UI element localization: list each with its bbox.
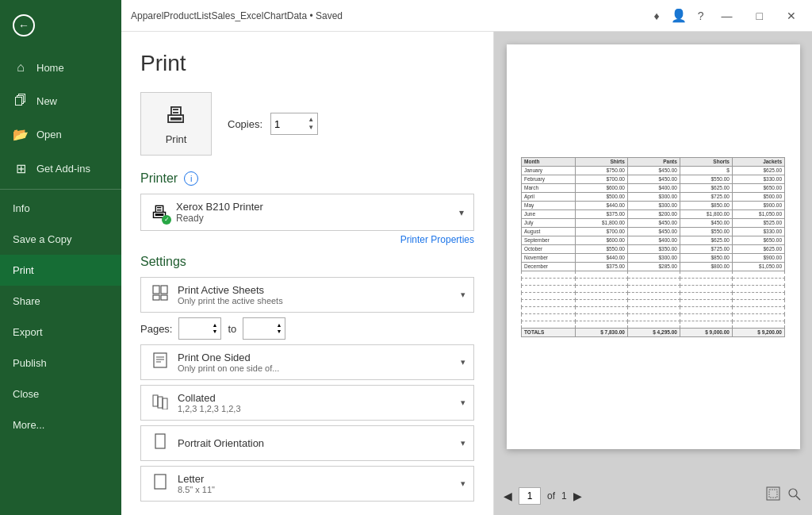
print-title: Print [140, 51, 474, 76]
printer-properties-link[interactable]: Printer Properties [140, 234, 474, 245]
help-icon[interactable]: ? [698, 10, 704, 22]
back-arrow-icon: ← [13, 14, 35, 37]
svg-rect-8 [153, 395, 158, 406]
sidebar-item-new[interactable]: 🗍 New [0, 84, 121, 117]
ready-check-icon: ✓ [162, 215, 171, 225]
placeholder-row: ..... [522, 321, 785, 328]
sidebar-item-share[interactable]: Share [0, 286, 121, 317]
active-sheets-icon [149, 284, 171, 306]
letter-arrow: ▾ [461, 478, 465, 489]
add-ins-icon: ⊞ [13, 161, 29, 176]
one-sided-arrow: ▾ [461, 357, 465, 367]
portrait-orientation-text: Portrait Orientation [178, 437, 454, 449]
printer-section-header: Printer i [140, 171, 474, 186]
letter-size-title: Letter [178, 473, 454, 485]
person-icon[interactable]: 👤 [671, 8, 687, 23]
diamond-icon[interactable]: ♦ [654, 10, 660, 22]
print-button[interactable]: 🖶 Print [140, 92, 212, 156]
total-pants: $ 4,295.00 [627, 328, 680, 336]
sidebar: ← ⌂ Home 🗍 New 📂 Open ⊞ Get Add-ins Info… [0, 0, 121, 515]
placeholder-row: ..... [522, 299, 785, 306]
print-active-sheets-dropdown[interactable]: Print Active Sheets Only print the activ… [140, 277, 474, 313]
print-one-sided-title: Print One Sided [178, 352, 454, 363]
one-sided-icon [149, 352, 171, 373]
placeholder-row: ..... [522, 285, 785, 292]
sidebar-item-save-copy[interactable]: Save a Copy [0, 224, 121, 255]
pages-to-input-box: ▲ ▼ [243, 317, 285, 340]
copies-decrement[interactable]: ▼ [308, 124, 314, 132]
sidebar-item-get-add-ins[interactable]: ⊞ Get Add-ins [0, 152, 121, 186]
printer-info-icon[interactable]: i [184, 171, 198, 186]
sidebar-label-open: Open [36, 129, 62, 140]
table-row: June$375.00$200.00$1,800.00$1,050.00 [522, 209, 785, 218]
pages-to-inc[interactable]: ▲ [276, 322, 282, 329]
prev-page-button[interactable]: ◀ [504, 490, 512, 502]
sidebar-label-get-add-ins: Get Add-ins [36, 163, 90, 175]
placeholder-row: ..... [522, 292, 785, 299]
titlebar: ApparelProductListSales_ExcelChartData •… [121, 0, 812, 32]
svg-rect-0 [153, 286, 159, 294]
printer-dropdown-arrow: ▾ [459, 207, 464, 218]
sidebar-item-close[interactable]: Close [0, 379, 121, 409]
new-doc-icon: 🗍 [13, 94, 29, 108]
print-active-sheets-text: Print Active Sheets Only print the activ… [178, 284, 454, 306]
letter-size-text: Letter 8.5" x 11" [178, 473, 454, 494]
letter-size-subtitle: 8.5" x 11" [178, 485, 454, 494]
portrait-orientation-dropdown[interactable]: Portrait Orientation ▾ [140, 425, 474, 461]
table-row: February$700.00$450.00$550.00$330.00 [522, 175, 785, 183]
total-jackets: $ 9,200.00 [732, 328, 784, 336]
svg-rect-12 [155, 475, 166, 489]
col-shirts: Shirts [575, 157, 627, 166]
table-row: January$750.00$450.00$$625.00 [522, 166, 785, 175]
sidebar-label-home: Home [36, 62, 64, 74]
zoom-icon[interactable] [785, 485, 802, 505]
svg-rect-4 [154, 353, 167, 367]
copies-spinners: ▲ ▼ [308, 116, 314, 131]
settings-section-label: Settings [140, 255, 186, 269]
totals-row: TOTALS $ 7,830.00 $ 4,295.00 $ 9,000.00 … [522, 328, 785, 336]
table-row: April$500.00$300.00$725.00$500.00 [522, 192, 785, 201]
collated-text: Collated 1,2,3 1,2,3 1,2,3 [178, 392, 454, 413]
collated-dropdown[interactable]: Collated 1,2,3 1,2,3 1,2,3 ▾ [140, 385, 474, 421]
printer-selector[interactable]: 🖶 ✓ Xerox B210 Printer Ready ▾ [140, 194, 474, 231]
sidebar-item-home[interactable]: ⌂ Home [0, 51, 121, 84]
letter-icon [149, 473, 171, 494]
sidebar-item-export[interactable]: Export [0, 317, 121, 348]
pages-to-label: to [228, 323, 236, 335]
pages-label: Pages: [140, 323, 172, 335]
letter-size-dropdown[interactable]: Letter 8.5" x 11" ▾ [140, 466, 474, 502]
sidebar-item-info[interactable]: Info [0, 193, 121, 224]
sidebar-item-more[interactable]: More... [0, 409, 121, 440]
main-content: Print 🖶 Print Copies: ▲ ▼ Printer [121, 32, 812, 515]
maximize-button[interactable]: □ [750, 10, 769, 22]
svg-point-15 [789, 489, 797, 497]
current-page-input[interactable] [519, 487, 541, 505]
sidebar-label-close: Close [13, 388, 39, 400]
svg-rect-10 [163, 398, 167, 409]
printer-section-label: Printer [140, 171, 178, 186]
sidebar-label-info: Info [13, 202, 30, 214]
col-pants: Pants [627, 157, 680, 166]
print-one-sided-dropdown[interactable]: Print One Sided Only print on one side o… [140, 344, 474, 380]
pages-from-input[interactable] [182, 323, 208, 334]
pages-to-dec[interactable]: ▼ [276, 329, 282, 335]
back-button[interactable]: ← [0, 0, 121, 51]
sidebar-item-publish[interactable]: Publish [0, 348, 121, 379]
minimize-button[interactable]: — [715, 10, 739, 22]
copies-increment[interactable]: ▲ [308, 116, 314, 124]
close-button[interactable]: ✕ [780, 10, 802, 22]
pages-to-input[interactable] [247, 323, 272, 334]
sidebar-item-print[interactable]: Print [0, 255, 121, 286]
pages-from-dec[interactable]: ▼ [213, 329, 218, 335]
print-button-label: Print [166, 133, 187, 145]
copies-input[interactable] [274, 118, 303, 130]
copies-label: Copies: [228, 118, 262, 130]
next-page-button[interactable]: ▶ [573, 490, 582, 502]
svg-line-16 [796, 496, 800, 500]
sidebar-label-save-copy: Save a Copy [13, 233, 71, 245]
pages-from-inc[interactable]: ▲ [213, 322, 218, 329]
printer-icon: 🖶 [165, 102, 187, 129]
page-margins-icon[interactable] [764, 485, 782, 505]
placeholder-row: ..... [522, 313, 785, 321]
sidebar-item-open[interactable]: 📂 Open [0, 117, 121, 152]
